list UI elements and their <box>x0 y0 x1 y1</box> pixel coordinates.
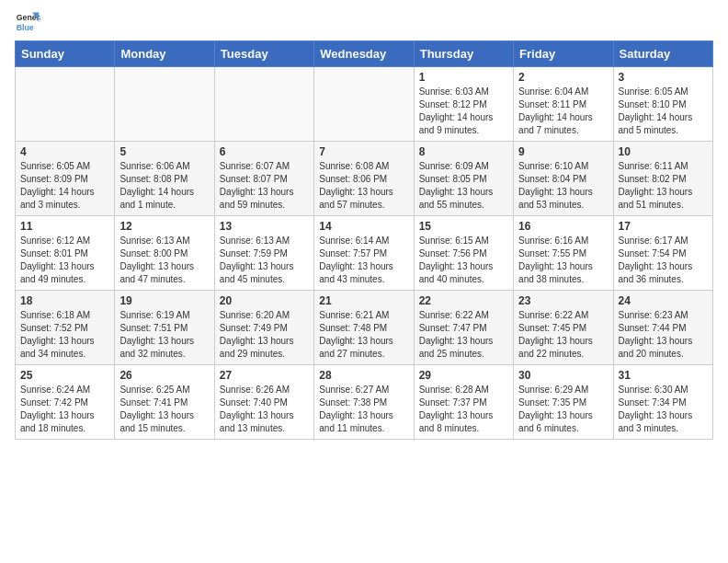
calendar-day-cell: 1Sunrise: 6:03 AM Sunset: 8:12 PM Daylig… <box>414 67 513 142</box>
day-info: Sunrise: 6:22 AM Sunset: 7:47 PM Dayligh… <box>419 309 508 361</box>
calendar-day-cell <box>214 67 313 142</box>
calendar-day-cell: 31Sunrise: 6:30 AM Sunset: 7:34 PM Dayli… <box>613 365 712 440</box>
day-info: Sunrise: 6:13 AM Sunset: 7:59 PM Dayligh… <box>220 235 309 286</box>
calendar-day-cell: 8Sunrise: 6:09 AM Sunset: 8:05 PM Daylig… <box>414 142 513 216</box>
day-info: Sunrise: 6:13 AM Sunset: 8:00 PM Dayligh… <box>119 235 209 286</box>
weekday-header: Thursday <box>414 41 513 67</box>
weekday-header: Friday <box>514 41 613 67</box>
day-number: 8 <box>419 145 508 158</box>
calendar-day-cell: 30Sunrise: 6:29 AM Sunset: 7:35 PM Dayli… <box>514 365 613 440</box>
day-info: Sunrise: 6:27 AM Sunset: 7:38 PM Dayligh… <box>319 384 408 435</box>
calendar-day-cell: 25Sunrise: 6:24 AM Sunset: 7:42 PM Dayli… <box>16 365 115 440</box>
calendar-day-cell: 27Sunrise: 6:26 AM Sunset: 7:40 PM Dayli… <box>214 365 313 440</box>
page-header: General Blue <box>15 9 713 35</box>
calendar-day-cell: 28Sunrise: 6:27 AM Sunset: 7:38 PM Dayli… <box>314 365 414 440</box>
calendar-day-cell: 13Sunrise: 6:13 AM Sunset: 7:59 PM Dayli… <box>214 216 313 291</box>
day-number: 25 <box>20 369 109 382</box>
day-number: 14 <box>319 220 408 233</box>
day-number: 9 <box>518 145 608 158</box>
calendar-day-cell: 2Sunrise: 6:04 AM Sunset: 8:11 PM Daylig… <box>514 67 613 142</box>
day-info: Sunrise: 6:10 AM Sunset: 8:04 PM Dayligh… <box>518 160 608 212</box>
day-number: 31 <box>619 369 708 382</box>
day-number: 7 <box>319 145 408 158</box>
calendar-day-cell: 19Sunrise: 6:19 AM Sunset: 7:51 PM Dayli… <box>115 291 214 365</box>
day-number: 27 <box>220 369 309 382</box>
calendar-day-cell: 11Sunrise: 6:12 AM Sunset: 8:01 PM Dayli… <box>16 216 115 291</box>
day-number: 15 <box>419 220 508 233</box>
day-number: 26 <box>119 369 209 382</box>
calendar-day-cell: 15Sunrise: 6:15 AM Sunset: 7:56 PM Dayli… <box>414 216 513 291</box>
day-info: Sunrise: 6:09 AM Sunset: 8:05 PM Dayligh… <box>419 160 508 212</box>
calendar-day-cell: 10Sunrise: 6:11 AM Sunset: 8:02 PM Dayli… <box>613 142 712 216</box>
day-number: 16 <box>518 220 608 233</box>
day-number: 17 <box>619 220 708 233</box>
calendar-day-cell <box>115 67 214 142</box>
weekday-header: Monday <box>115 41 214 67</box>
calendar-week-row: 1Sunrise: 6:03 AM Sunset: 8:12 PM Daylig… <box>16 67 713 142</box>
day-number: 28 <box>319 369 408 382</box>
day-info: Sunrise: 6:12 AM Sunset: 8:01 PM Dayligh… <box>20 235 109 286</box>
calendar-day-cell: 24Sunrise: 6:23 AM Sunset: 7:44 PM Dayli… <box>613 291 712 365</box>
day-number: 21 <box>319 294 408 307</box>
day-number: 12 <box>119 220 209 233</box>
calendar-week-row: 4Sunrise: 6:05 AM Sunset: 8:09 PM Daylig… <box>16 142 713 216</box>
calendar-day-cell: 3Sunrise: 6:05 AM Sunset: 8:10 PM Daylig… <box>613 67 712 142</box>
calendar-day-cell: 26Sunrise: 6:25 AM Sunset: 7:41 PM Dayli… <box>115 365 214 440</box>
calendar-week-row: 25Sunrise: 6:24 AM Sunset: 7:42 PM Dayli… <box>16 365 713 440</box>
day-info: Sunrise: 6:26 AM Sunset: 7:40 PM Dayligh… <box>220 384 309 435</box>
page: General Blue SundayMondayTuesdayWednesda… <box>0 0 728 454</box>
day-info: Sunrise: 6:15 AM Sunset: 7:56 PM Dayligh… <box>419 235 508 286</box>
logo-icon: General Blue <box>15 9 40 35</box>
svg-text:Blue: Blue <box>17 23 34 32</box>
calendar-day-cell <box>16 67 115 142</box>
day-number: 22 <box>419 294 508 307</box>
day-info: Sunrise: 6:28 AM Sunset: 7:37 PM Dayligh… <box>419 384 508 435</box>
day-number: 29 <box>419 369 508 382</box>
calendar-week-row: 11Sunrise: 6:12 AM Sunset: 8:01 PM Dayli… <box>16 216 713 291</box>
day-info: Sunrise: 6:11 AM Sunset: 8:02 PM Dayligh… <box>619 160 708 212</box>
calendar-day-cell: 7Sunrise: 6:08 AM Sunset: 8:06 PM Daylig… <box>314 142 414 216</box>
day-info: Sunrise: 6:08 AM Sunset: 8:06 PM Dayligh… <box>319 160 408 212</box>
calendar-day-cell: 14Sunrise: 6:14 AM Sunset: 7:57 PM Dayli… <box>314 216 414 291</box>
calendar-day-cell: 29Sunrise: 6:28 AM Sunset: 7:37 PM Dayli… <box>414 365 513 440</box>
calendar-header-row: SundayMondayTuesdayWednesdayThursdayFrid… <box>16 41 713 67</box>
calendar-day-cell: 16Sunrise: 6:16 AM Sunset: 7:55 PM Dayli… <box>514 216 613 291</box>
logo: General Blue <box>15 9 40 35</box>
day-info: Sunrise: 6:23 AM Sunset: 7:44 PM Dayligh… <box>619 309 708 361</box>
day-number: 23 <box>518 294 608 307</box>
weekday-header: Wednesday <box>314 41 414 67</box>
calendar-day-cell: 22Sunrise: 6:22 AM Sunset: 7:47 PM Dayli… <box>414 291 513 365</box>
calendar-week-row: 18Sunrise: 6:18 AM Sunset: 7:52 PM Dayli… <box>16 291 713 365</box>
calendar-day-cell: 18Sunrise: 6:18 AM Sunset: 7:52 PM Dayli… <box>16 291 115 365</box>
day-number: 1 <box>419 71 508 84</box>
calendar-table: SundayMondayTuesdayWednesdayThursdayFrid… <box>15 40 713 440</box>
calendar-day-cell: 5Sunrise: 6:06 AM Sunset: 8:08 PM Daylig… <box>115 142 214 216</box>
calendar-day-cell <box>314 67 414 142</box>
day-number: 24 <box>619 294 708 307</box>
day-number: 18 <box>20 294 109 307</box>
day-info: Sunrise: 6:19 AM Sunset: 7:51 PM Dayligh… <box>119 309 209 361</box>
day-number: 20 <box>220 294 309 307</box>
day-info: Sunrise: 6:07 AM Sunset: 8:07 PM Dayligh… <box>220 160 309 212</box>
day-number: 10 <box>619 145 708 158</box>
calendar-day-cell: 12Sunrise: 6:13 AM Sunset: 8:00 PM Dayli… <box>115 216 214 291</box>
day-number: 5 <box>119 145 209 158</box>
weekday-header: Saturday <box>613 41 712 67</box>
calendar-day-cell: 9Sunrise: 6:10 AM Sunset: 8:04 PM Daylig… <box>514 142 613 216</box>
day-info: Sunrise: 6:05 AM Sunset: 8:10 PM Dayligh… <box>619 86 708 137</box>
day-info: Sunrise: 6:21 AM Sunset: 7:48 PM Dayligh… <box>319 309 408 361</box>
calendar-day-cell: 4Sunrise: 6:05 AM Sunset: 8:09 PM Daylig… <box>16 142 115 216</box>
day-info: Sunrise: 6:17 AM Sunset: 7:54 PM Dayligh… <box>619 235 708 286</box>
day-number: 2 <box>518 71 608 84</box>
day-info: Sunrise: 6:25 AM Sunset: 7:41 PM Dayligh… <box>119 384 209 435</box>
day-number: 6 <box>220 145 309 158</box>
day-info: Sunrise: 6:16 AM Sunset: 7:55 PM Dayligh… <box>518 235 608 286</box>
weekday-header: Sunday <box>16 41 115 67</box>
day-number: 3 <box>619 71 708 84</box>
weekday-header: Tuesday <box>214 41 313 67</box>
day-info: Sunrise: 6:04 AM Sunset: 8:11 PM Dayligh… <box>518 86 608 137</box>
calendar-day-cell: 6Sunrise: 6:07 AM Sunset: 8:07 PM Daylig… <box>214 142 313 216</box>
calendar-day-cell: 23Sunrise: 6:22 AM Sunset: 7:45 PM Dayli… <box>514 291 613 365</box>
day-number: 30 <box>518 369 608 382</box>
day-info: Sunrise: 6:18 AM Sunset: 7:52 PM Dayligh… <box>20 309 109 361</box>
